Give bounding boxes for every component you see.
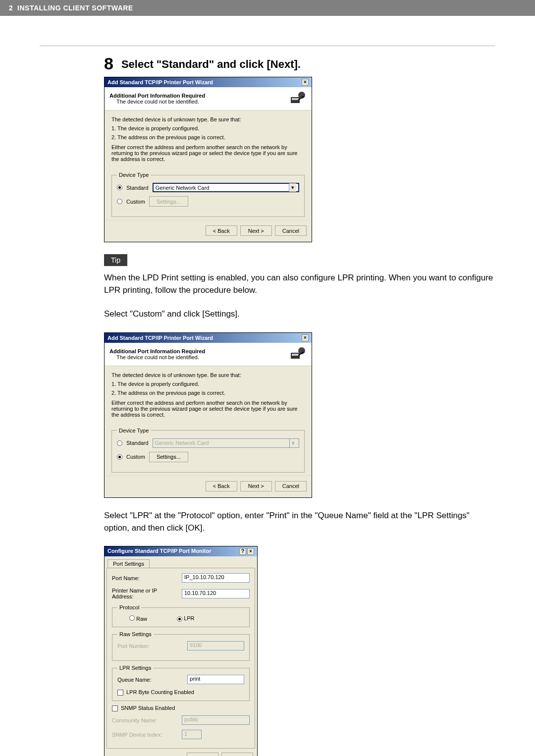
lpr-radio-label: LPR [184, 615, 194, 621]
close-icon[interactable]: × [302, 334, 309, 341]
wizard-text: Either correct the address and perform a… [111, 144, 305, 162]
close-icon[interactable]: × [302, 79, 309, 86]
back-button[interactable]: < Back [206, 481, 237, 491]
wizard-text: 1. The device is properly configured. [111, 125, 305, 131]
port-settings-tab[interactable]: Port Settings [107, 559, 150, 568]
chapter-number: 2 [9, 4, 13, 12]
wizard-header: Additional Port Information Required The… [105, 87, 312, 110]
back-button[interactable]: < Back [206, 225, 237, 236]
device-type-fieldset: Device Type Standard Generic Network Car… [111, 428, 305, 473]
printer-ip-label: Printer Name or IP Address: [112, 588, 179, 599]
portmon-footer: OK Cancel [105, 751, 257, 756]
standard-combo-value: Generic Network Card [155, 440, 209, 446]
svg-rect-1 [292, 98, 299, 100]
step-number: 8 [104, 55, 113, 72]
portmon-titlebar: Configure Standard TCP/IP Port Monitor ?… [105, 546, 257, 556]
custom-instruction: Select "Custom" and click [Settings]. [104, 308, 495, 321]
tip-text: When the LPD Print setting is enabled, y… [104, 272, 495, 296]
standard-radio-label: Standard [126, 440, 149, 446]
chevron-down-icon: ▾ [289, 183, 296, 192]
portmon-title: Configure Standard TCP/IP Port Monitor [107, 548, 211, 555]
step-heading: 8 Select "Standard" and click [Next]. [104, 55, 495, 72]
wizard-text: The detected device is of unknown type. … [111, 372, 305, 378]
wizard-titlebar: Add Standard TCP/IP Printer Port Wizard … [105, 333, 312, 343]
wizard-text: Either correct the address and perform a… [111, 400, 305, 418]
wizard-header-bold: Additional Port Information Required [109, 348, 205, 354]
printer-network-icon [290, 91, 307, 106]
community-name-label: Community Name: [112, 717, 179, 723]
next-button[interactable]: Next > [240, 481, 272, 491]
custom-radio-label: Custom [126, 199, 145, 205]
standard-radio-label: Standard [126, 185, 149, 191]
wizard-titlebar: Add Standard TCP/IP Printer Port Wizard … [105, 77, 312, 87]
snmp-enabled-checkbox[interactable] [112, 705, 118, 711]
lpr-byte-checkbox[interactable] [117, 690, 123, 696]
standard-combo: Generic Network Card ▾ [153, 438, 299, 448]
wizard-text: 2. The address on the previous page is c… [111, 134, 305, 140]
port-name-label: Port Name: [112, 575, 179, 581]
standard-radio[interactable] [117, 185, 122, 190]
wizard-header-bold: Additional Port Information Required [109, 93, 205, 99]
tip-badge: Tip [104, 254, 127, 266]
protocol-fieldset: Protocol Raw LPR [112, 604, 250, 627]
snmp-index-label: SNMP Device Index: [112, 732, 179, 738]
protocol-legend: Protocol [117, 604, 141, 610]
cancel-button[interactable]: Cancel [275, 225, 307, 236]
custom-radio[interactable] [117, 454, 122, 460]
device-type-fieldset: Device Type Standard Generic Network Car… [111, 172, 305, 217]
wizard-header-sub: The device could not be identified. [116, 99, 205, 105]
svg-rect-4 [292, 354, 299, 356]
settings-button: Settings... [149, 196, 188, 207]
custom-radio-label: Custom [126, 454, 145, 460]
raw-radio-label: Raw [136, 616, 147, 622]
wizard-footer: < Back Next > Cancel [105, 220, 312, 242]
lpr-settings-fieldset: LPR Settings Queue Name: print LPR Byte … [112, 665, 250, 701]
standard-combo-value: Generic Network Card [156, 185, 210, 191]
lpr-instruction: Select "LPR" at the "Protocol" option, e… [104, 510, 495, 534]
lpr-settings-legend: LPR Settings [117, 665, 153, 671]
wizard-text: 2. The address on the previous page is c… [111, 390, 305, 396]
step-title: Select "Standard" and click [Next]. [121, 55, 301, 71]
raw-radio[interactable] [129, 615, 135, 621]
raw-settings-fieldset: Raw Settings Port Number: 9100 [112, 631, 250, 661]
community-name-input: public [182, 715, 250, 725]
wizard-dialog-1: Add Standard TCP/IP Printer Port Wizard … [104, 77, 312, 242]
wizard-header: Additional Port Information Required The… [105, 343, 312, 366]
custom-radio[interactable] [117, 199, 122, 204]
wizard-title: Add Standard TCP/IP Printer Port Wizard [107, 335, 213, 341]
raw-port-input: 9100 [187, 641, 244, 650]
wizard-text: The detected device is of unknown type. … [111, 116, 305, 122]
raw-port-label: Port Number: [117, 643, 184, 649]
snmp-index-input: 1 [182, 730, 202, 739]
lpr-radio[interactable] [177, 616, 182, 622]
printer-network-icon [290, 347, 307, 362]
queue-name-label: Queue Name: [117, 677, 184, 683]
next-button[interactable]: Next > [240, 225, 272, 236]
portmon-body: Port Name: IP_10.10.70.120 Printer Name … [107, 568, 255, 749]
chevron-down-icon: ▾ [289, 439, 297, 447]
wizard-text: 1. The device is properly configured. [111, 381, 305, 387]
wizard-header-sub: The device could not be identified. [116, 354, 205, 360]
ok-button[interactable]: OK [187, 753, 218, 756]
device-type-legend: Device Type [117, 428, 151, 433]
standard-radio[interactable] [117, 440, 122, 446]
wizard-dialog-2: Add Standard TCP/IP Printer Port Wizard … [104, 332, 312, 498]
lpr-byte-label: LPR Byte Counting Enabled [126, 689, 194, 695]
queue-name-input[interactable]: print [187, 675, 244, 684]
cancel-button[interactable]: Cancel [275, 481, 307, 491]
wizard-title: Add Standard TCP/IP Printer Port Wizard [107, 79, 213, 85]
chapter-title: INSTALLING CLIENT SOFTWARE [17, 4, 133, 12]
snmp-enabled-label: SNMP Status Enabled [121, 705, 175, 711]
port-name-input[interactable]: IP_10.10.70.120 [182, 573, 250, 583]
settings-button[interactable]: Settings... [149, 452, 188, 462]
help-icon[interactable]: ? [239, 548, 246, 555]
cancel-button[interactable]: Cancel [221, 753, 253, 756]
close-icon[interactable]: × [247, 548, 254, 555]
standard-combo[interactable]: Generic Network Card ▾ [153, 183, 299, 192]
top-rule [40, 46, 495, 46]
wizard-body: The detected device is of unknown type. … [105, 110, 312, 220]
printer-ip-input[interactable]: 10.10.70.120 [182, 589, 250, 598]
wizard-body: The detected device is of unknown type. … [105, 366, 312, 476]
page-header: 2 INSTALLING CLIENT SOFTWARE [0, 0, 535, 16]
raw-settings-legend: Raw Settings [117, 631, 154, 637]
